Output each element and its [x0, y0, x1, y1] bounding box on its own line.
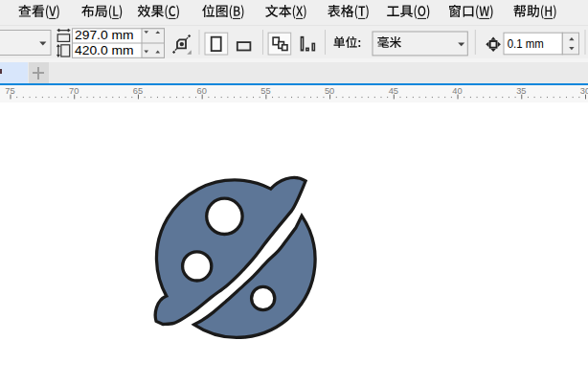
svg-text:0.1 mm: 0.1 mm — [508, 36, 544, 51]
svg-text:50: 50 — [325, 86, 334, 96]
svg-text:65: 65 — [133, 86, 143, 96]
svg-text:60: 60 — [197, 86, 207, 96]
svg-text:297.0 mm: 297.0 mm — [75, 28, 134, 42]
svg-text:45: 45 — [389, 86, 398, 96]
svg-text:420.0 mm: 420.0 mm — [75, 43, 134, 57]
svg-text:40: 40 — [452, 86, 462, 96]
svg-text:75: 75 — [5, 86, 14, 96]
svg-text:35: 35 — [516, 86, 526, 96]
svg-text:55: 55 — [260, 86, 270, 96]
svg-text:70: 70 — [69, 86, 79, 96]
svg-text:30: 30 — [580, 86, 588, 96]
